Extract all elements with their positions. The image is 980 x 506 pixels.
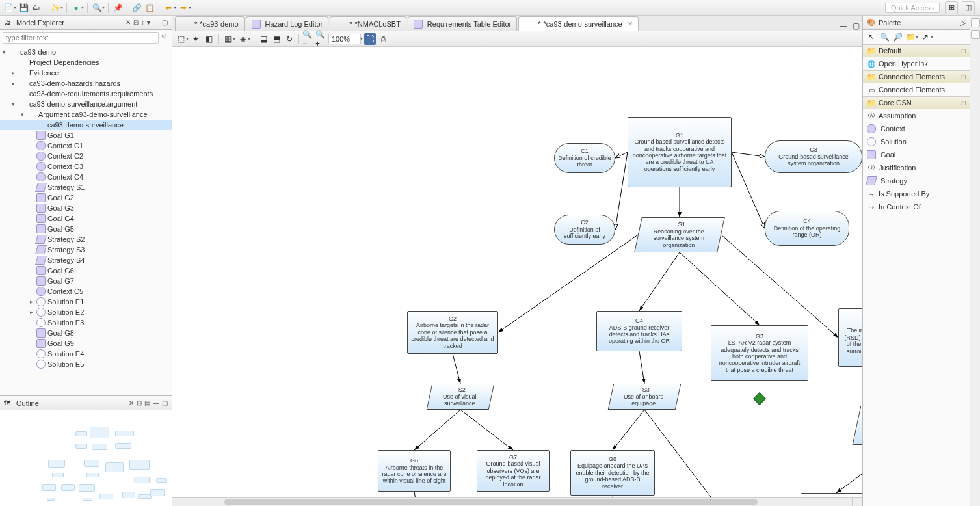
- palette-item[interactable]: ⇢In Context Of: [863, 200, 970, 213]
- tree-item[interactable]: ca93-demo-surveillance: [0, 120, 172, 130]
- tree-item[interactable]: ▾ca93-demo: [0, 47, 172, 57]
- gsn-strat-node[interactable]: S1Reasoning over the surveillance system…: [634, 217, 724, 252]
- view-menu-icon[interactable]: ▾: [147, 19, 150, 26]
- gsn-strat-node[interactable]: S3Use of onboard equipage: [608, 384, 682, 410]
- gsn-ctx-node[interactable]: C2Definition of sufficiently early: [554, 215, 615, 245]
- tree-item[interactable]: Solution E4: [0, 349, 172, 359]
- export-icon[interactable]: ⎙: [377, 33, 389, 45]
- palette-section[interactable]: 📁Connected Elements◻: [863, 70, 970, 83]
- palette-item[interactable]: Context: [863, 122, 970, 135]
- maximize-icon[interactable]: ▢: [162, 19, 168, 26]
- clear-filter-icon[interactable]: ⊘: [159, 32, 169, 44]
- tree-item[interactable]: Goal G6: [0, 265, 172, 276]
- perspective-alt-icon[interactable]: ◫: [962, 1, 975, 14]
- tree-item[interactable]: ▾ca93-demo-surveillance.argument: [0, 99, 172, 109]
- gsn-strat-node[interactable]: S2Use of visual surveillance: [427, 384, 495, 410]
- fullscreen-icon[interactable]: ⛶: [364, 33, 376, 45]
- gutter-view2-icon[interactable]: [971, 30, 980, 39]
- tree-item[interactable]: Context C5: [0, 286, 172, 297]
- tree-item[interactable]: Goal G3: [0, 203, 172, 213]
- pin-icon[interactable]: 📌: [112, 2, 124, 14]
- tree-item[interactable]: Goal G5: [0, 224, 172, 234]
- zoom-tool-icon[interactable]: 🔎: [892, 31, 903, 43]
- snap-icon[interactable]: ◈: [237, 33, 248, 45]
- tree-item[interactable]: ▸Solution E2: [0, 307, 172, 317]
- editor-tab[interactable]: **ca93-demo-surveillance✕: [518, 16, 638, 31]
- zoom-field[interactable]: 100%: [328, 34, 361, 44]
- project-tree[interactable]: ▾ca93-demoProject Dependencies▸Evidence▸…: [0, 46, 172, 395]
- save-icon[interactable]: 💾: [18, 2, 29, 14]
- marquee-zoom-icon[interactable]: 🔍: [879, 31, 890, 43]
- gsn-goal-node[interactable]: G2Airborne targets in the radar cone of …: [407, 311, 498, 354]
- palette-collapse-icon[interactable]: ▷: [960, 18, 966, 27]
- align-icon[interactable]: ◧: [203, 33, 215, 45]
- pointer-tool-icon[interactable]: ↖: [866, 31, 877, 43]
- tree-item[interactable]: Goal G1: [0, 130, 172, 140]
- palette-item[interactable]: Solution: [863, 135, 970, 148]
- fold-icon[interactable]: ◻: [961, 73, 966, 80]
- gsn-strat-node[interactable]: S4Show that the RSD provides the informa…: [853, 406, 862, 445]
- tree-item[interactable]: Context C1: [0, 140, 172, 151]
- horizontal-scrollbar[interactable]: [172, 497, 852, 506]
- gsn-goal-node[interactable]: G3LSTAR V2 radar system adequately detec…: [711, 325, 808, 381]
- select-tool-icon[interactable]: ⬚: [175, 33, 187, 45]
- tree-item[interactable]: Strategy S4: [0, 255, 172, 265]
- zoom-in-icon[interactable]: 🔍+: [315, 33, 327, 45]
- layer-icon[interactable]: ⬒: [271, 33, 282, 45]
- filter-input[interactable]: [3, 32, 159, 44]
- gsn-goal-node[interactable]: G5The integrated range safety display (R…: [838, 308, 862, 367]
- tree-item[interactable]: Strategy S1: [0, 182, 172, 193]
- tree-item[interactable]: Project Dependencies: [0, 57, 172, 68]
- close-view-icon[interactable]: ✕: [126, 19, 131, 26]
- tree-item[interactable]: Strategy S2: [0, 234, 172, 245]
- collapse-icon[interactable]: ⊟: [133, 19, 139, 26]
- palette-section[interactable]: 📁Default◻: [863, 44, 970, 57]
- apply-icon[interactable]: ⬓: [258, 33, 269, 45]
- tree-item[interactable]: ▸Evidence: [0, 68, 172, 78]
- palette-item[interactable]: ▭Connected Elements: [863, 83, 970, 96]
- gsn-goal-node[interactable]: G1Ground-based surveillance detects and …: [628, 117, 732, 187]
- note-tool-icon[interactable]: 📁: [905, 31, 916, 43]
- tree-item[interactable]: Goal G2: [0, 193, 172, 203]
- tree-item[interactable]: ▾Argument ca93-demo-surveillance: [0, 109, 172, 120]
- tree-item[interactable]: ▸Solution E1: [0, 297, 172, 307]
- palette-section[interactable]: 📁Core GSN◻: [863, 96, 970, 109]
- editor-tab[interactable]: Requirements Table Editor: [408, 16, 517, 31]
- gsn-goal-node[interactable]: G4ADS-B ground receiver detects and trac…: [596, 311, 682, 351]
- close-tab-icon[interactable]: ✕: [628, 20, 633, 27]
- fold-icon[interactable]: ◻: [961, 47, 966, 54]
- outline-mode1-icon[interactable]: ⊟: [137, 399, 142, 406]
- layout-icon[interactable]: ✦: [190, 33, 202, 45]
- editor-tab[interactable]: **ca93-demo: [175, 16, 245, 31]
- tree-item[interactable]: Goal G4: [0, 213, 172, 224]
- new-icon[interactable]: 📄: [3, 2, 14, 14]
- magic-icon[interactable]: ✨: [49, 2, 61, 14]
- gutter-view1-icon[interactable]: [971, 18, 980, 27]
- search-icon[interactable]: 🔍: [91, 2, 103, 14]
- grid-icon[interactable]: ▦: [222, 33, 233, 45]
- refresh-icon[interactable]: ↻: [284, 33, 295, 45]
- editor-tab[interactable]: Hazard Log Editor: [246, 16, 329, 31]
- tree-item[interactable]: Context C4: [0, 172, 172, 182]
- outline-mode2-icon[interactable]: ▤: [144, 399, 150, 406]
- minimize-icon[interactable]: —: [153, 19, 159, 26]
- outline-min-icon[interactable]: —: [153, 399, 159, 406]
- tree-item[interactable]: Strategy S3: [0, 245, 172, 255]
- doc-icon[interactable]: 📋: [144, 2, 155, 14]
- run-icon[interactable]: ●: [70, 2, 82, 14]
- quick-access-field[interactable]: Quick Access: [885, 3, 940, 13]
- diagram-canvas[interactable]: G1Ground-based surveillance detects and …: [172, 47, 862, 506]
- palette-item[interactable]: Goal: [863, 148, 970, 161]
- editor-max-icon[interactable]: ▢: [853, 21, 860, 31]
- tree-item[interactable]: Goal G9: [0, 338, 172, 349]
- close-outline-icon[interactable]: ✕: [129, 399, 134, 406]
- tree-item[interactable]: Solution E3: [0, 317, 172, 328]
- forward-icon[interactable]: ➡: [178, 2, 189, 14]
- gsn-ctx-node[interactable]: C1Definition of credible threat: [554, 143, 615, 173]
- outline-max-icon[interactable]: ▢: [162, 399, 168, 406]
- fold-icon[interactable]: ◻: [961, 100, 966, 106]
- editor-tab[interactable]: **NMACLoSBT: [330, 16, 406, 31]
- gsn-goal-node[interactable]: G6Airborne threats in the radar cone of …: [378, 450, 451, 492]
- line-tool-icon[interactable]: ↗: [920, 31, 931, 43]
- tree-item[interactable]: Context C2: [0, 151, 172, 161]
